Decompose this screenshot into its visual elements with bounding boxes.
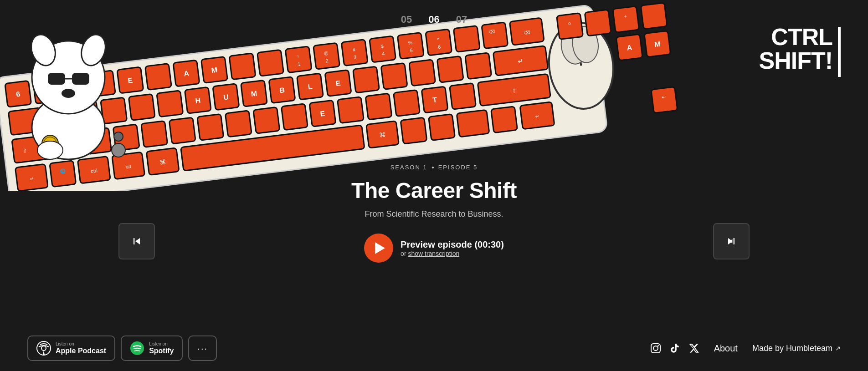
transcription-or: or <box>401 250 406 257</box>
svg-rect-110 <box>613 6 639 33</box>
svg-point-137 <box>653 346 658 351</box>
episode-subtitle: From Scientific Research to Business. <box>298 209 571 219</box>
svg-point-132 <box>114 132 123 141</box>
svg-rect-56 <box>353 66 380 93</box>
svg-text:%: % <box>408 40 412 46</box>
svg-rect-30 <box>426 29 452 56</box>
svg-point-131 <box>112 143 125 157</box>
svg-text:↵: ↵ <box>29 176 34 182</box>
spotify-text: Listen on Spotify <box>149 341 174 355</box>
svg-rect-107 <box>557 13 583 40</box>
svg-text:⌘: ⌘ <box>379 131 386 139</box>
episode-label: EPISODE 5 <box>438 164 478 171</box>
svg-rect-73 <box>281 104 308 130</box>
next-episode-button[interactable] <box>713 223 750 259</box>
episode-nav-05[interactable]: 05 <box>401 14 412 25</box>
logo-line2: SHIFT! <box>759 49 832 72</box>
svg-text:M: M <box>211 66 218 74</box>
svg-point-130 <box>37 141 63 159</box>
bottom-right: About Made by Humbleteam ↗ <box>650 343 841 354</box>
transcription-link: or show transcription <box>401 250 504 257</box>
external-link-icon: ↗ <box>835 345 841 352</box>
preview-label: Preview episode (00:30) <box>401 239 504 250</box>
play-button[interactable] <box>364 234 393 263</box>
tiktok-icon[interactable] <box>669 343 680 354</box>
episode-title: The Career Shift <box>298 178 571 203</box>
svg-rect-124 <box>72 73 89 85</box>
svg-rect-60 <box>465 53 492 79</box>
svg-text:M: M <box>654 40 661 48</box>
svg-rect-58 <box>409 60 436 86</box>
svg-text:⌘: ⌘ <box>159 158 166 166</box>
svg-rect-43 <box>157 91 183 117</box>
apple-podcast-text: Listen on Apple Podcast <box>56 341 106 355</box>
svg-point-126 <box>62 89 75 98</box>
svg-rect-97 <box>401 117 427 144</box>
social-icons <box>650 343 699 354</box>
prev-icon <box>130 235 143 248</box>
apple-podcast-icon <box>36 341 51 356</box>
svg-rect-76 <box>337 97 364 123</box>
svg-rect-8 <box>145 64 171 90</box>
apple-podcast-button[interactable]: Listen on Apple Podcast <box>27 335 115 361</box>
svg-point-138 <box>657 345 659 346</box>
prev-episode-button[interactable] <box>118 223 155 259</box>
episode-meta: SEASON 1 EPISODE 5 <box>298 164 571 171</box>
svg-point-134 <box>41 346 46 351</box>
svg-rect-71 <box>225 111 252 137</box>
spotify-listen-on: Listen on <box>149 341 174 347</box>
dog-character: $ <box>0 9 137 173</box>
svg-rect-68 <box>141 121 168 147</box>
meta-separator <box>432 167 434 168</box>
svg-rect-57 <box>381 63 407 89</box>
keyboard-illustration: 6 E A M ! 1 @ 2 # 3 $ 4 <box>0 0 868 191</box>
more-platforms-button[interactable]: ··· <box>188 335 217 361</box>
svg-text:B: B <box>279 86 285 94</box>
svg-text:↵: ↵ <box>661 94 667 101</box>
svg-rect-112 <box>641 3 667 29</box>
svg-text:⇧: ⇧ <box>511 87 517 94</box>
twitter-icon[interactable] <box>688 343 699 354</box>
svg-rect-136 <box>651 344 660 353</box>
made-by: Made by Humbleteam ↗ <box>752 344 841 353</box>
next-icon <box>725 235 738 248</box>
svg-rect-69 <box>169 117 195 144</box>
about-link[interactable]: About <box>714 343 738 354</box>
spotify-button[interactable]: Listen on Spotify <box>121 335 183 361</box>
season-label: SEASON 1 <box>390 164 427 171</box>
svg-rect-78 <box>394 90 420 117</box>
svg-rect-70 <box>197 114 224 140</box>
episode-navigation: 05 06 07 <box>401 14 467 25</box>
svg-rect-123 <box>48 73 65 85</box>
svg-rect-34 <box>482 22 508 49</box>
spotify-name: Spotify <box>149 347 174 355</box>
spotify-icon <box>130 341 144 356</box>
svg-text:⌫: ⌫ <box>524 30 530 36</box>
svg-rect-27 <box>397 33 424 59</box>
svg-rect-14 <box>257 50 284 76</box>
svg-rect-100 <box>491 107 518 133</box>
svg-text:⌫: ⌫ <box>488 29 495 35</box>
svg-text:↵: ↵ <box>535 113 539 119</box>
svg-rect-98 <box>429 114 455 141</box>
svg-rect-109 <box>585 10 611 36</box>
logo-bar <box>838 27 841 77</box>
svg-rect-72 <box>253 107 280 133</box>
main-content: SEASON 1 EPISODE 5 The Career Shift From… <box>298 164 571 263</box>
svg-rect-33 <box>453 25 480 52</box>
episode-nav-06[interactable]: 06 <box>428 14 439 25</box>
site-logo: CTRL SHIFT! <box>759 25 841 77</box>
svg-rect-15 <box>285 46 312 73</box>
svg-text:U: U <box>223 93 229 101</box>
instagram-icon[interactable] <box>650 343 661 354</box>
show-transcription-link[interactable]: show transcription <box>408 250 459 257</box>
svg-text:↵: ↵ <box>517 57 524 65</box>
svg-text:H: H <box>195 97 201 105</box>
svg-text:M: M <box>251 89 257 97</box>
svg-rect-59 <box>437 56 463 82</box>
episode-nav-07[interactable]: 07 <box>456 14 467 25</box>
svg-rect-77 <box>365 93 392 120</box>
svg-rect-24 <box>370 36 396 62</box>
made-by-text: Made by Humbleteam <box>752 344 832 353</box>
apple-podcast-name: Apple Podcast <box>56 347 106 355</box>
